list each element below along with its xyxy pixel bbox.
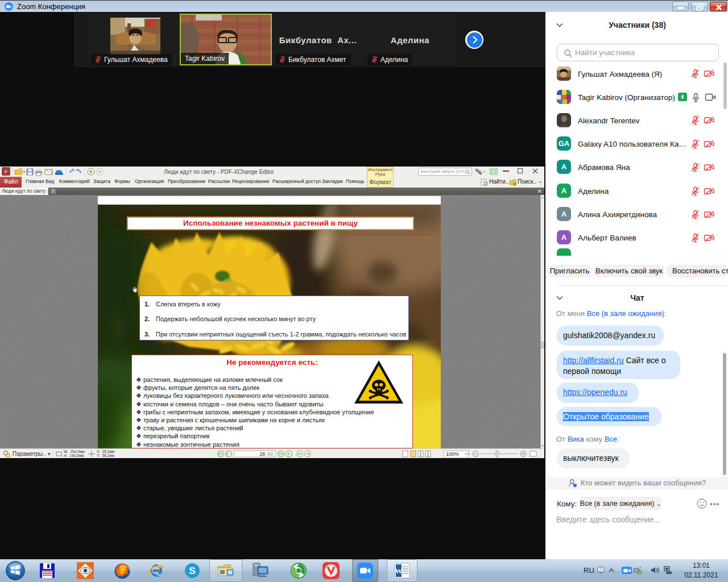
svg-text:28: 28	[260, 451, 266, 457]
svg-text:W: W	[395, 567, 403, 575]
svg-text:/60: /60	[267, 451, 274, 457]
svg-text:100%: 100%	[446, 451, 459, 457]
svg-text:S: S	[189, 566, 195, 576]
svg-text:P: P	[5, 170, 7, 174]
